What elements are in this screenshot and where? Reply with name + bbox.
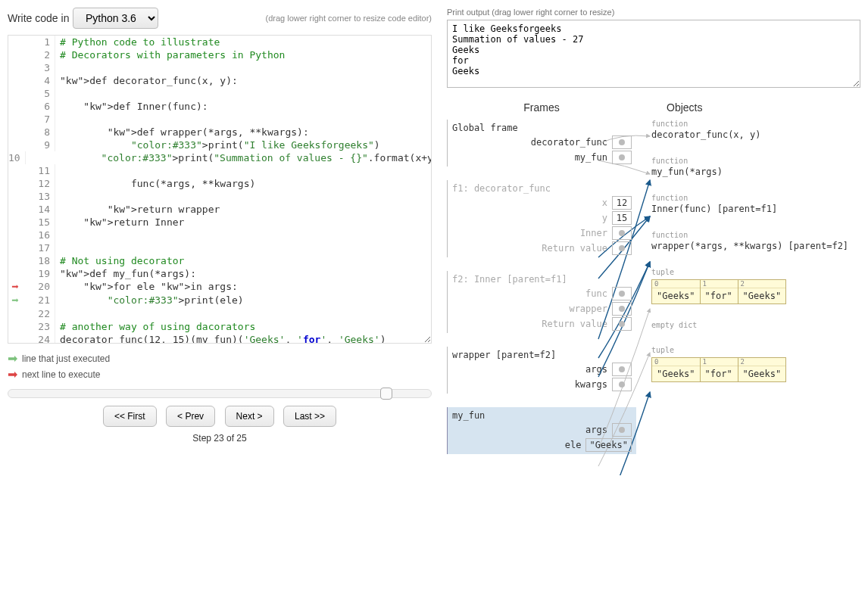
prev-button[interactable]: < Prev [166, 406, 215, 427]
arrow-next-icon: ➡ [8, 367, 17, 381]
frame: f2: Inner [parent=f1]funcwrapperReturn v… [447, 271, 636, 333]
last-button[interactable]: Last >> [283, 406, 336, 427]
legend-executed: line that just executed [22, 353, 110, 364]
legend-next: next line to execute [22, 369, 100, 380]
language-select[interactable]: Python 3.6 [73, 8, 158, 29]
next-button[interactable]: Next > [225, 406, 274, 427]
viz-header: Frames Objects [447, 101, 860, 114]
editor-header: Write code in Python 3.6 (drag lower rig… [8, 8, 432, 29]
object: functionwrapper(*args, **kwargs) [parent… [651, 231, 860, 251]
legend: ➡ line that just executed ➡ next line to… [8, 351, 432, 381]
frames-heading: Frames [447, 101, 636, 114]
object: functionmy_fun(*args) [651, 157, 860, 177]
arrow-executed-icon: ➡ [8, 351, 17, 366]
object: tuple0"Geeks"1"for"2"Geeks" [651, 268, 860, 304]
object: tuple0"Geeks"1"for"2"Geeks" [651, 346, 860, 382]
first-button[interactable]: << First [103, 406, 157, 427]
frame: wrapper [parent=f2]argskwargs [447, 347, 636, 394]
write-code-label: Write code in [8, 12, 69, 24]
code-editor[interactable]: 1# Python code to illustrate2# Decorator… [8, 35, 432, 344]
output-label: Print output (drag lower right corner to… [447, 8, 860, 17]
frame: Global framedecorator_funcmy_fun [447, 120, 636, 167]
step-label: Step 23 of 25 [8, 433, 432, 444]
step-slider[interactable] [8, 389, 432, 398]
viz-body: Global framedecorator_funcmy_funf1: deco… [447, 120, 860, 468]
object: empty dict [651, 321, 860, 329]
frame: my_funargsele"Geeks" [447, 407, 636, 454]
resize-hint: (drag lower right corner to resize code … [266, 14, 432, 23]
object: functiondecorator_func(x, y) [651, 120, 860, 140]
output-box[interactable] [447, 20, 860, 88]
objects-heading: Objects [636, 101, 860, 114]
slider-thumb[interactable] [380, 388, 392, 400]
nav-buttons: << First < Prev Next > Last >> [8, 406, 432, 427]
object: functionInner(func) [parent=f1] [651, 194, 860, 214]
frame: f1: decorator_funcx12y15InnerReturn valu… [447, 180, 636, 257]
